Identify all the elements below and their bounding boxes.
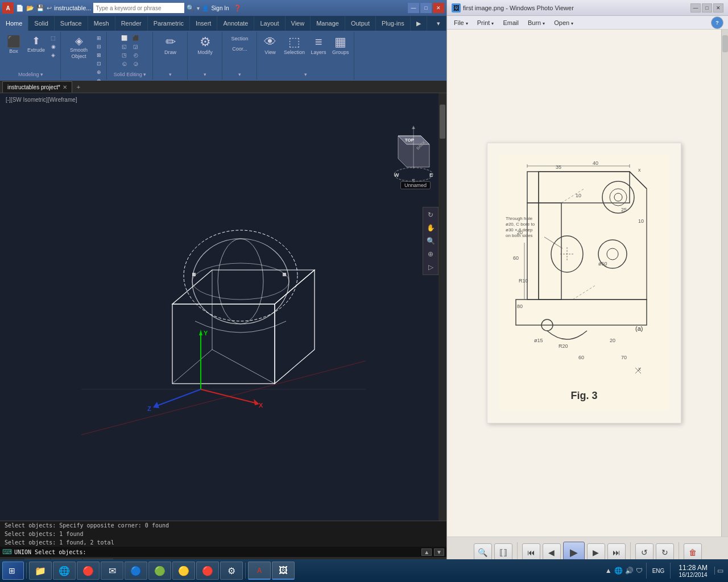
box-button[interactable]: ⬛ Box xyxy=(3,34,24,59)
pv-scroll-thumb[interactable] xyxy=(722,35,728,52)
tray-network-icon[interactable]: 🌐 xyxy=(614,567,623,575)
tool-3[interactable]: ◈ xyxy=(48,51,58,59)
taskbar-photo-viewer-active[interactable]: 🖼 xyxy=(272,562,295,580)
cmd-scroll-up[interactable]: ▲ xyxy=(421,548,432,556)
pv-close[interactable]: ✕ xyxy=(713,3,723,13)
tray-volume-icon[interactable]: 🔊 xyxy=(625,567,634,575)
pv-maximize[interactable]: □ xyxy=(702,3,712,13)
pv-delete-btn[interactable]: 🗑 xyxy=(684,543,702,562)
draw-button[interactable]: ✏ Draw xyxy=(160,34,181,57)
tab-solid[interactable]: Solid xyxy=(28,16,54,31)
se-3[interactable]: ◱ xyxy=(119,43,130,51)
tool-1[interactable]: ⬚ xyxy=(48,34,58,42)
taskbar-app-orange[interactable]: 🟡 xyxy=(172,562,195,580)
tab-render[interactable]: Render xyxy=(115,16,148,31)
tab-mesh[interactable]: Mesh xyxy=(88,16,115,31)
tab-manage[interactable]: Manage xyxy=(311,16,345,31)
project-tab-close[interactable]: ✕ xyxy=(63,84,67,90)
taskbar-app-red[interactable]: 🔴 xyxy=(77,562,100,580)
se-5[interactable]: ◳ xyxy=(119,51,130,59)
pv-help-btn[interactable]: ? xyxy=(711,16,723,29)
tab-layout[interactable]: Layout xyxy=(254,16,285,31)
show-desktop-icon[interactable]: ▭ xyxy=(714,567,723,575)
pv-minimize[interactable]: — xyxy=(690,3,701,13)
tab-insert[interactable]: Insert xyxy=(190,16,218,31)
viewport-3d[interactable]: [-][SW Isometric][Wireframe] TOP BACK W … xyxy=(0,93,446,521)
close-button[interactable]: ✕ xyxy=(433,3,444,13)
se-4[interactable]: ◲ xyxy=(130,43,141,51)
scroll-thumb-v[interactable] xyxy=(440,105,445,139)
mesh-tool-1[interactable]: ⊞ xyxy=(94,34,104,42)
tray-shield-icon[interactable]: 🛡 xyxy=(636,567,643,575)
groups-button[interactable]: ▦ Groups xyxy=(330,34,351,57)
tab-parametric[interactable]: Parametric xyxy=(148,16,190,31)
tray-expand-icon[interactable]: ▲ xyxy=(605,567,612,575)
se-6[interactable]: ◴ xyxy=(130,51,141,59)
help-button[interactable]: ? xyxy=(711,16,723,29)
language-indicator[interactable]: ENG xyxy=(650,568,667,574)
show-motion[interactable]: ▷ xyxy=(424,261,437,273)
tab-more[interactable]: ▶ xyxy=(411,16,427,31)
draw-dropdown[interactable]: ▾ xyxy=(169,72,172,77)
section-dropdown[interactable]: ▾ xyxy=(238,72,241,77)
modify-dropdown[interactable]: ▾ xyxy=(204,72,206,77)
help-icon[interactable]: ❓ xyxy=(234,5,242,12)
search-dropdown-icon[interactable]: ▾ xyxy=(197,5,200,11)
quick-access-new[interactable]: 📄 xyxy=(16,5,24,12)
extrude-button[interactable]: ⬆ Extrude xyxy=(25,34,47,59)
quick-access-save[interactable]: 💾 xyxy=(36,5,44,12)
quick-access-open[interactable]: 📂 xyxy=(26,5,34,12)
pv-burn-menu[interactable]: Burn ▾ xyxy=(526,18,547,27)
tab-options[interactable]: ▾ xyxy=(431,16,446,31)
coor-button[interactable]: Coor... xyxy=(228,44,253,53)
view-button[interactable]: 👁 View xyxy=(260,34,280,57)
tab-view[interactable]: View xyxy=(286,16,311,31)
pv-last-btn[interactable]: ⏭ xyxy=(607,543,626,562)
pv-first-btn[interactable]: ⏮ xyxy=(522,543,540,562)
pan-tool[interactable]: ✋ xyxy=(424,222,437,234)
modeling-dropdown[interactable]: ▾ xyxy=(40,72,43,77)
layers-button[interactable]: ≡ Layers xyxy=(308,34,329,57)
pv-next-btn[interactable]: ▶ xyxy=(587,543,605,562)
project-tab-main[interactable]: instructables project* ✕ xyxy=(2,81,72,93)
taskbar-app-mail[interactable]: ✉ xyxy=(101,562,123,580)
taskbar-app-explorer[interactable]: 📁 xyxy=(29,562,52,580)
pv-prev-btn[interactable]: ◀ xyxy=(543,543,561,562)
taskbar-autocad-active[interactable]: A xyxy=(248,562,271,580)
pv-email-menu[interactable]: Email xyxy=(500,18,521,27)
signin-label[interactable]: Sign In xyxy=(211,5,229,11)
taskbar-app-blue[interactable]: 🔵 xyxy=(125,562,147,580)
cmd-scroll-down[interactable]: ▼ xyxy=(434,548,444,556)
smooth-object-button[interactable]: ◈ SmoothObject xyxy=(65,34,93,81)
pv-rotate-left-btn[interactable]: ↺ xyxy=(635,543,653,562)
zoom-tool[interactable]: 🔍 xyxy=(424,235,437,247)
tab-surface[interactable]: Surface xyxy=(55,16,88,31)
view-dropdown[interactable]: ▾ xyxy=(304,72,307,77)
modify-button[interactable]: ⚙ Modify xyxy=(195,34,216,57)
mesh-tool-5[interactable]: ⊕ xyxy=(94,68,104,76)
maximize-button[interactable]: □ xyxy=(420,3,432,13)
solid-dropdown[interactable]: ▾ xyxy=(143,72,146,77)
viewport-scrollbar-v[interactable] xyxy=(439,93,446,521)
autocad-search-input[interactable] xyxy=(93,3,184,13)
tab-plugins[interactable]: Plug-ins xyxy=(376,16,411,31)
start-button[interactable]: ⊞ xyxy=(2,562,24,580)
tab-annotate[interactable]: Annotate xyxy=(217,16,254,31)
tab-home[interactable]: Home xyxy=(0,16,28,31)
taskbar-app-chrome[interactable]: 🌐 xyxy=(53,562,76,580)
cmd-input-field[interactable] xyxy=(14,549,419,555)
selection-button[interactable]: ⬚ Selection xyxy=(282,34,307,57)
mesh-tool-6[interactable]: ⊗ xyxy=(94,77,104,81)
mesh-tool-4[interactable]: ⊡ xyxy=(94,60,104,68)
se-8[interactable]: ◶ xyxy=(130,60,141,68)
pv-print-menu[interactable]: Print ▾ xyxy=(475,18,497,27)
clock[interactable]: 11:28 AM 16/12/2014 xyxy=(674,564,712,578)
mesh-tool-3[interactable]: ⊠ xyxy=(94,51,104,59)
quick-access-undo[interactable]: ↩ xyxy=(47,5,52,12)
tool-2[interactable]: ◉ xyxy=(48,43,58,51)
pv-search-btn[interactable]: 🔍 xyxy=(474,543,492,562)
new-tab-button[interactable]: + xyxy=(73,82,84,92)
se-2[interactable]: ⬛ xyxy=(130,34,141,42)
se-7[interactable]: ◵ xyxy=(119,60,130,68)
taskbar-app-red2[interactable]: 🔴 xyxy=(196,562,219,580)
